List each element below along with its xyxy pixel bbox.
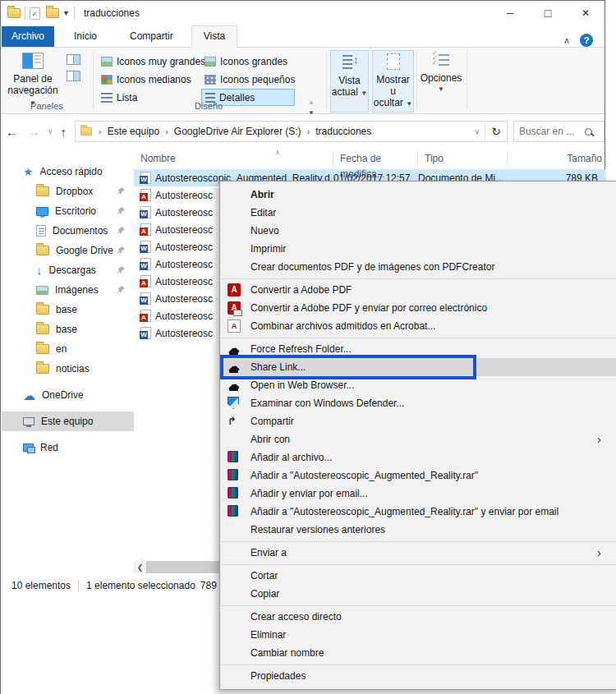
tab-archivo[interactable]: Archivo	[2, 26, 54, 47]
maximize-button[interactable]: □	[529, 1, 567, 25]
menu-item-cortar[interactable]: Cortar	[220, 567, 616, 585]
sidebar-item-imagenes[interactable]: Imágenes	[2, 280, 134, 300]
options-checklist-icon	[432, 53, 450, 69]
collapse-ribbon-icon[interactable]: ∧	[563, 35, 570, 46]
quick-access-star-icon: ★	[23, 166, 34, 177]
tab-compartir[interactable]: Compartir	[118, 26, 185, 47]
menu-item-cambiar-nombre[interactable]: Cambiar nombre	[220, 644, 616, 662]
folder-icon	[36, 364, 49, 374]
view-iconos-pequenos[interactable]: Iconos pequeños	[201, 71, 298, 88]
menu-item-eliminar[interactable]: Eliminar	[220, 626, 616, 644]
sidebar-item-noticias[interactable]: noticias	[2, 359, 134, 379]
menu-item-abrir-con[interactable]: Abrir con›	[220, 430, 616, 448]
vista-actual-button[interactable]: Vista actual ▼	[330, 50, 369, 113]
tab-inicio[interactable]: Inicio	[62, 26, 108, 47]
search-icon[interactable]	[585, 128, 592, 136]
breadcrumb-este-equipo[interactable]: Este equipo	[108, 126, 159, 137]
opciones-button[interactable]: Opciones ▼	[420, 50, 462, 95]
menu-item-open-in-web-browser[interactable]: ☁Open in Web Browser...	[220, 376, 616, 394]
menu-item-editar[interactable]: Editar	[220, 204, 616, 222]
menu-item-compartir[interactable]: ↱Compartir	[220, 412, 616, 430]
word-file-icon: W	[140, 172, 151, 184]
customize-toolbar-dropdown-icon[interactable]: ▼	[62, 9, 70, 17]
air-explorer-cloud-icon: ☁	[228, 342, 241, 356]
column-header-fecha[interactable]: Fecha de modifica...	[333, 151, 418, 167]
sidebar-item-escritorio[interactable]: Escritorio	[2, 201, 134, 221]
menu-item-nuevo[interactable]: Nuevo	[220, 222, 616, 240]
small-icons-icon	[205, 75, 216, 85]
menu-item-anadir-enviar-email[interactable]: Añadir y enviar por email...	[220, 485, 616, 503]
column-header-tipo[interactable]: Tipo	[418, 151, 508, 167]
pin-icon	[117, 285, 126, 294]
new-folder-icon[interactable]	[46, 8, 59, 18]
minimize-button[interactable]: ─	[491, 1, 529, 25]
breadcrumb-drive[interactable]: GoogleDrive Air Explorer (S:)	[174, 126, 301, 137]
column-header-nombre[interactable]: Nombre	[134, 151, 333, 167]
address-box[interactable]: › Este equipo › GoogleDrive Air Explorer…	[75, 121, 508, 142]
menu-item-share-link[interactable]: ☁Share Link...	[220, 358, 616, 376]
address-bar-row: ← → ∨ ↑ › Este equipo › GoogleDrive Air …	[1, 114, 605, 149]
details-pane-icon[interactable]	[67, 71, 80, 81]
view-iconos-medianos[interactable]: Iconos medianos	[98, 71, 195, 88]
up-arrow-icon[interactable]: ↑	[61, 125, 67, 139]
nav-pane-label-1: Panel de	[13, 73, 52, 85]
search-box[interactable]	[513, 121, 605, 142]
sidebar-item-en[interactable]: en	[2, 339, 134, 359]
menu-item-pdfcreator[interactable]: Crear documentos PDF y de imágenes con P…	[220, 258, 616, 276]
address-dropdown-chevron-icon[interactable]: ∨	[470, 127, 485, 136]
sidebar-item-base-1[interactable]: base	[2, 300, 134, 319]
pdf-file-icon: A	[140, 189, 151, 201]
folder-icon	[36, 344, 49, 354]
context-menu: Abrir Editar Nuevo Imprimir Crear docume…	[219, 181, 616, 690]
menu-item-restaurar-versiones[interactable]: Restaurar versiones anteriores	[220, 521, 616, 539]
sidebar-item-onedrive[interactable]: ☁ OneDrive	[2, 385, 134, 405]
menu-item-crear-acceso-directo[interactable]: Crear acceso directo	[220, 608, 616, 626]
view-iconos-grandes[interactable]: Iconos grandes	[201, 53, 291, 70]
menu-item-anadir-rar-enviar-email[interactable]: Añadir a "Autostereoscopic_Augmented_Rea…	[220, 503, 616, 521]
sidebar-item-descargas[interactable]: ↓ Descargas	[2, 260, 134, 280]
menu-item-propiedades[interactable]: Propiedades	[220, 667, 616, 685]
mostrar-ocultar-button[interactable]: Mostrar u ocultar ▼	[372, 50, 414, 113]
menu-item-convertir-adobe-pdf[interactable]: AConvertir a Adobe PDF	[220, 281, 616, 299]
sidebar-item-acceso-rapido[interactable]: ★ Acceso rápido	[2, 162, 134, 182]
sidebar-item-dropbox[interactable]: Dropbox	[2, 182, 134, 201]
help-icon[interactable]: ?	[580, 34, 593, 47]
properties-check-icon[interactable]: ✓	[30, 7, 40, 20]
pictures-icon	[36, 286, 48, 295]
sidebar-item-red[interactable]: Red	[2, 438, 134, 457]
menu-item-enviar-a[interactable]: Enviar a›	[220, 544, 616, 562]
menu-item-copiar[interactable]: Copiar	[220, 585, 616, 603]
search-input[interactable]	[519, 126, 585, 137]
menu-item-convertir-adobe-pdf-email[interactable]: AConvertir a Adobe PDF y enviar por corr…	[220, 299, 616, 317]
folder-icon	[36, 305, 49, 315]
close-button[interactable]: ✕	[567, 1, 605, 25]
breadcrumb-separator: ›	[307, 126, 310, 136]
recent-locations-chevron-icon[interactable]: ∨	[48, 127, 53, 136]
winrar-icon	[228, 505, 238, 517]
back-arrow-icon[interactable]: ←	[6, 125, 18, 139]
menu-item-force-refresh-folder[interactable]: ☁Force Refresh Folder...	[220, 340, 616, 358]
tab-vista[interactable]: Vista	[191, 25, 237, 48]
submenu-arrow-icon: ›	[597, 544, 601, 562]
sidebar-item-documentos[interactable]: Documentos	[2, 221, 134, 241]
menu-item-imprimir[interactable]: Imprimir	[220, 240, 616, 258]
desktop-icon	[36, 207, 48, 216]
menu-item-anadir-a-rar[interactable]: Añadir a "Autostereoscopic_Augmented_Rea…	[220, 466, 616, 485]
menu-separator	[221, 605, 616, 606]
refresh-icon[interactable]: ↻	[485, 122, 507, 141]
menu-item-combinar-acrobat[interactable]: ACombinar archivos admitidos en Acrobat.…	[220, 317, 616, 335]
share-icon: ↱	[228, 415, 241, 428]
menu-item-abrir[interactable]: Abrir	[220, 186, 616, 204]
pin-icon	[117, 265, 126, 274]
menu-item-anadir-al-archivo[interactable]: Añadir al archivo...	[220, 448, 616, 466]
breadcrumb-traducciones[interactable]: traducciones	[315, 126, 371, 137]
column-header-tamano[interactable]: Tamaño	[508, 151, 606, 167]
scroll-left-icon[interactable]: ❮	[134, 563, 146, 572]
menu-item-examinar-defender[interactable]: Examinar con Windows Defender...	[220, 394, 616, 412]
forward-arrow-icon[interactable]: →	[28, 125, 40, 139]
sidebar-item-google-drive[interactable]: Google Drive	[2, 241, 134, 260]
view-iconos-muy-grandes[interactable]: Iconos muy grandes	[98, 53, 209, 70]
sidebar-item-este-equipo[interactable]: Este equipo	[2, 411, 134, 431]
preview-pane-icon[interactable]	[67, 54, 80, 65]
sidebar-item-base-2[interactable]: base	[2, 319, 134, 339]
